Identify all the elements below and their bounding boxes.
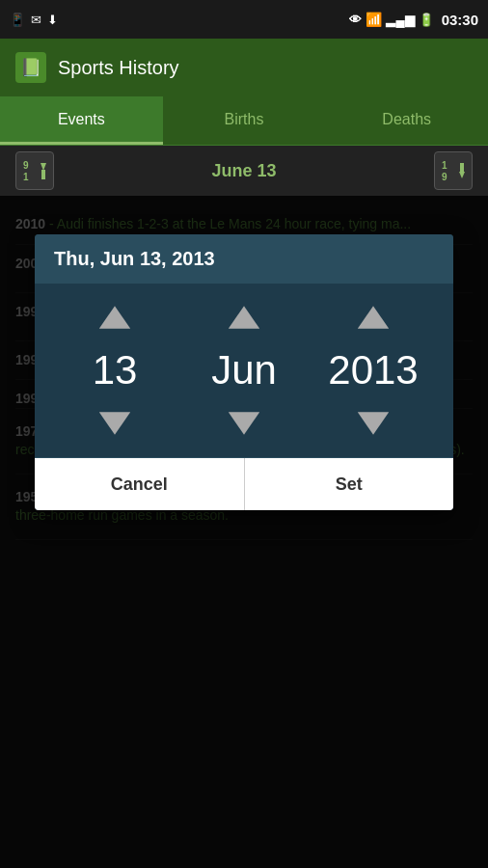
year-col-up bbox=[309, 293, 438, 341]
set-button[interactable]: Set bbox=[245, 458, 454, 510]
svg-text:1: 1 bbox=[23, 172, 29, 182]
clock: 03:30 bbox=[442, 12, 478, 28]
status-icons-right: 👁 📶 ▂▄▆ 🔋 03:30 bbox=[349, 12, 478, 28]
wifi-icon: 📶 bbox=[366, 12, 382, 27]
month-col-down bbox=[179, 399, 309, 448]
content-area: 2010 - Audi finishes 1-2-3 at the Le Man… bbox=[0, 196, 488, 868]
sort-numeric-desc-icon: 9 1 bbox=[21, 157, 48, 184]
svg-marker-10 bbox=[358, 306, 389, 328]
battery-icon: 🔋 bbox=[419, 13, 434, 27]
month-down-button[interactable] bbox=[215, 399, 273, 448]
year-value: 2013 bbox=[328, 341, 418, 399]
tab-events[interactable]: Events bbox=[0, 96, 163, 145]
year-up-button[interactable] bbox=[344, 293, 402, 341]
svg-marker-12 bbox=[229, 412, 259, 434]
sort-numeric-asc-icon: 1 9 bbox=[440, 157, 467, 184]
svg-rect-6 bbox=[460, 163, 464, 173]
day-col-down bbox=[50, 399, 179, 448]
year-col-value: 2013 bbox=[309, 341, 438, 399]
visibility-icon: 👁 bbox=[349, 13, 362, 27]
mail-icon: ✉ bbox=[31, 13, 41, 27]
dialog-header: Thu, Jun 13, 2013 bbox=[35, 234, 453, 284]
day-col-up bbox=[50, 293, 179, 341]
cancel-button[interactable]: Cancel bbox=[35, 458, 245, 510]
status-icons-left: 📱 ✉ ⬇ bbox=[10, 13, 58, 27]
month-up-button[interactable] bbox=[215, 293, 273, 341]
app-bar: 📗 Sports History bbox=[0, 39, 488, 96]
svg-marker-7 bbox=[459, 172, 465, 178]
month-col-up bbox=[179, 293, 309, 341]
svg-marker-8 bbox=[99, 306, 130, 328]
tab-deaths[interactable]: Deaths bbox=[325, 96, 488, 145]
day-col-value: 13 bbox=[50, 341, 179, 399]
month-col-value: Jun bbox=[179, 341, 309, 399]
year-col-down bbox=[309, 399, 438, 448]
svg-text:9: 9 bbox=[23, 160, 29, 171]
download-icon: ⬇ bbox=[47, 13, 58, 27]
signal-icon: ▂▄▆ bbox=[386, 13, 414, 27]
tab-births[interactable]: Births bbox=[163, 96, 326, 145]
sort-left-button[interactable]: 9 1 bbox=[15, 151, 54, 190]
sort-right-button[interactable]: 1 9 bbox=[434, 151, 473, 190]
toolbar: 9 1 June 13 1 9 bbox=[0, 146, 488, 196]
svg-text:1: 1 bbox=[442, 160, 447, 171]
svg-marker-13 bbox=[358, 412, 389, 434]
svg-marker-9 bbox=[229, 306, 259, 328]
app-icon: 📗 bbox=[15, 52, 46, 83]
year-down-button[interactable] bbox=[344, 399, 402, 448]
svg-rect-3 bbox=[41, 170, 45, 179]
dialog-body: 13 Jun 2013 bbox=[35, 284, 453, 457]
status-bar: 📱 ✉ ⬇ 👁 📶 ▂▄▆ 🔋 03:30 bbox=[0, 0, 488, 39]
tab-bar: Events Births Deaths bbox=[0, 96, 488, 146]
dialog-header-text: Thu, Jun 13, 2013 bbox=[54, 248, 215, 269]
picker-down-arrows bbox=[50, 399, 438, 448]
date-label[interactable]: June 13 bbox=[211, 161, 276, 181]
dialog-buttons: Cancel Set bbox=[35, 457, 453, 510]
day-up-button[interactable] bbox=[86, 293, 144, 341]
picker-up-arrows bbox=[50, 293, 438, 341]
month-value: Jun bbox=[205, 341, 283, 399]
svg-text:9: 9 bbox=[442, 172, 447, 182]
date-picker-dialog: Thu, Jun 13, 2013 bbox=[35, 234, 453, 510]
picker-values: 13 Jun 2013 bbox=[50, 341, 438, 399]
svg-marker-2 bbox=[41, 163, 46, 171]
sim-icon: 📱 bbox=[10, 13, 25, 27]
app-title: Sports History bbox=[58, 57, 179, 79]
day-down-button[interactable] bbox=[86, 399, 144, 448]
svg-marker-11 bbox=[99, 412, 130, 434]
day-value: 13 bbox=[76, 341, 153, 399]
